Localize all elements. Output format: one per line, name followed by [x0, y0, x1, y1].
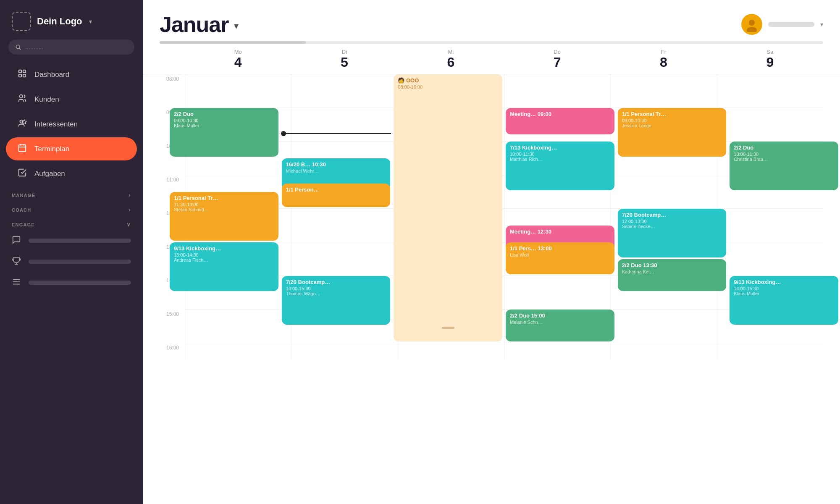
sidebar-item-dashboard[interactable]: Dashboard [6, 63, 137, 86]
time-label-1600: 16:00 [160, 343, 185, 360]
day-num-di: 5 [291, 55, 397, 70]
svg-rect-2 [19, 70, 21, 73]
terminplan-icon [18, 143, 27, 155]
svg-point-0 [16, 45, 19, 48]
day-num-mo: 4 [185, 55, 291, 70]
sidebar-item-interessenten[interactable]: Interessenten [6, 113, 137, 136]
logo-text: Dein Logo [37, 16, 82, 27]
month-title: Januar [160, 12, 229, 37]
trophy-icon [12, 256, 21, 267]
event-card-0[interactable]: 2/2 Duo09:00-10:30Klaus Müller [170, 108, 278, 157]
avatar[interactable] [741, 14, 762, 35]
calendar-header: Januar ▾ ▾ [143, 0, 840, 41]
day-name-do: Do [504, 49, 610, 55]
cal-cell-sa-1200 [717, 209, 823, 242]
day-num-fr: 8 [610, 55, 717, 70]
engage-bar-list [29, 281, 131, 285]
svg-rect-5 [23, 74, 26, 77]
logo-chevron-icon[interactable]: ▾ [89, 18, 92, 25]
calendar-day-headers: Mo 4 Di 5 Mi 6 Do 7 Fr 8 Sa 9 [143, 44, 840, 74]
section-coach: COACH › [0, 201, 143, 215]
event-card-7[interactable]: Meeting… 09:00 [506, 108, 614, 134]
manage-chevron-icon[interactable]: › [129, 192, 131, 198]
day-header-sa: Sa 9 [717, 49, 823, 74]
section-engage: ENGAGE ∨ [0, 215, 143, 230]
engage-bar-chat [29, 239, 131, 243]
event-card-6[interactable]: 🧑 OOO08:00-16:00 [394, 74, 502, 341]
cal-cell-fr-1100 [610, 175, 717, 209]
day-name-sa: Sa [717, 49, 823, 55]
coach-chevron-icon[interactable]: › [129, 207, 131, 213]
cal-cell-mo-0800 [185, 74, 291, 108]
engage-chevron-icon[interactable]: ∨ [126, 221, 131, 228]
calendar-body: 08:00 09:00 [143, 74, 840, 360]
event-card-2[interactable]: 9/13 Kickboxing…13:00-14:30Andreas Fisch… [170, 242, 278, 291]
search-bar[interactable] [8, 39, 134, 55]
event-card-8[interactable]: 7/13 Kickboxing…10:00-11:30Matthias Rich… [506, 142, 614, 190]
month-chevron-icon[interactable]: ▾ [234, 21, 239, 32]
cal-cell-do-0800 [504, 74, 610, 108]
time-label-1500: 15:00 [160, 310, 185, 343]
search-input[interactable] [26, 44, 128, 50]
dashboard-icon [18, 69, 27, 80]
kunden-label: Kunden [34, 95, 59, 104]
event-card-10[interactable]: 1/1 Pers… 13:00Lisa Wolf [506, 242, 614, 274]
day-name-di: Di [291, 49, 397, 55]
sidebar-item-terminplan[interactable]: Terminplan [6, 137, 137, 160]
sidebar: Dein Logo ▾ Dashboard Kunden Interessent… [0, 0, 143, 504]
cal-cell-sa-0800 [717, 74, 823, 108]
engage-list[interactable] [0, 272, 143, 293]
user-chevron-icon[interactable]: ▾ [820, 21, 823, 28]
cal-cell-do-1600 [504, 343, 610, 360]
svg-point-6 [20, 95, 23, 98]
interessenten-icon [18, 118, 27, 130]
cal-cell-di-1600 [291, 343, 397, 360]
day-num-mi: 6 [398, 55, 504, 70]
cal-cell-sa-1300 [717, 242, 823, 276]
event-card-13[interactable]: 7/20 Bootcamp…12:00-13:30Sabine Becke… [618, 209, 727, 257]
event-card-11[interactable]: 2/2 Duo 15:00Melanie Schn… [506, 310, 614, 341]
dashboard-label: Dashboard [34, 71, 69, 79]
svg-rect-4 [19, 74, 21, 77]
calendar-container[interactable]: Mo 4 Di 5 Mi 6 Do 7 Fr 8 Sa 9 [143, 44, 840, 504]
list-icon [12, 277, 21, 288]
event-card-4[interactable]: 1/1 Person… [282, 184, 391, 207]
main-content: Januar ▾ ▾ Mo 4 Di 5 [143, 0, 840, 504]
cal-cell-fr-0800 [610, 74, 717, 108]
logo-icon [12, 12, 31, 31]
event-card-5[interactable]: 7/20 Bootcamp…14:00-15:30Thomas Wagn… [282, 276, 391, 325]
day-header-mo: Mo 4 [185, 49, 291, 74]
day-num-do: 7 [504, 55, 610, 70]
engage-trophy[interactable] [0, 251, 143, 272]
cal-cell-fr-1500 [610, 310, 717, 343]
day-header-di: Di 5 [291, 49, 397, 74]
cal-cell-di-0900 [291, 108, 397, 142]
cal-cell-di-1300 [291, 242, 397, 276]
cal-cell-sa-0900 [717, 108, 823, 142]
aufgaben-icon [18, 168, 27, 179]
event-card-1[interactable]: 1/1 Personal Tr…11:30-13:00Stefan Schmid… [170, 192, 278, 241]
aufgaben-label: Aufgaben [34, 170, 65, 178]
day-name-fr: Fr [610, 49, 717, 55]
day-header-fr: Fr 8 [610, 49, 717, 74]
section-manage: MANAGE › [0, 186, 143, 201]
event-card-16[interactable]: 9/13 Kickboxing…14:00-15:30Klaus Müller [730, 276, 838, 325]
chat-icon [12, 235, 21, 246]
time-label-0800: 08:00 [160, 74, 185, 108]
sidebar-item-kunden[interactable]: Kunden [6, 88, 137, 111]
engage-bar-trophy [29, 260, 131, 264]
terminplan-label: Terminplan [34, 145, 69, 153]
sidebar-item-aufgaben[interactable]: Aufgaben [6, 162, 137, 185]
cal-cell-fr-1600 [610, 343, 717, 360]
engage-chat[interactable] [0, 230, 143, 251]
cal-cell-di-0800 [291, 74, 397, 108]
header-left: Januar ▾ [160, 12, 239, 37]
event-card-15[interactable]: 2/2 Duo10:00-11:30Christina Brau… [730, 142, 838, 190]
user-name-bar [768, 22, 814, 27]
cal-cell-sa-1600 [717, 343, 823, 360]
event-card-12[interactable]: 1/1 Personal Tr…09:00-10:30Jessica Lange [618, 108, 727, 157]
logo-area[interactable]: Dein Logo ▾ [0, 0, 143, 39]
day-num-sa: 9 [717, 55, 823, 70]
event-card-14[interactable]: 2/2 Duo 13:30Katharina Kel… [618, 259, 727, 291]
cal-cell-mi-1600 [398, 343, 504, 360]
